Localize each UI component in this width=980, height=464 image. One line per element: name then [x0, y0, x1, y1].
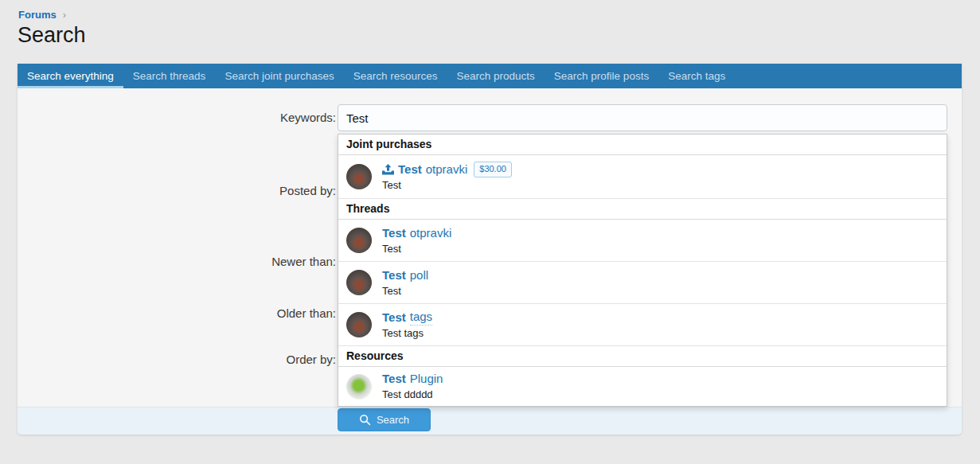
section-header-threads: Threads: [338, 199, 947, 220]
avatar: [346, 374, 372, 400]
avatar: [346, 312, 372, 337]
suggestion-title-rest: poll: [410, 267, 428, 283]
suggestion-title-bold: Test: [382, 310, 406, 326]
search-tab-bar: Search everything Search threads Search …: [18, 64, 962, 88]
section-header-joint-purchases: Joint purchases: [338, 135, 947, 155]
suggestion-joint-purchase[interactable]: Test otpravki $30.00 Test: [338, 155, 947, 199]
upload-icon: [382, 164, 394, 175]
breadcrumb-forums-link[interactable]: Forums: [18, 9, 57, 21]
page-title: Search: [18, 23, 86, 48]
suggestion-subtitle: Test ddddd: [382, 388, 443, 402]
suggestion-title-rest: otpravki: [410, 225, 452, 241]
avatar: [346, 270, 372, 295]
suggestion-title-bold: Test: [382, 371, 406, 387]
form-footer: Search: [18, 407, 962, 435]
keywords-label: Keywords:: [280, 111, 336, 124]
tab-search-tags[interactable]: Search tags: [658, 64, 735, 88]
autocomplete-dropdown: Joint purchases Test otpravki $30.00 Tes…: [338, 134, 947, 407]
newer-than-label: Newer than:: [271, 255, 336, 268]
avatar: [346, 164, 372, 189]
tab-search-everything[interactable]: Search everything: [18, 64, 123, 88]
suggestion-thread[interactable]: Test poll Test: [338, 262, 947, 304]
tab-search-profile-posts[interactable]: Search profile posts: [545, 64, 658, 88]
suggestion-subtitle: Test: [382, 284, 428, 298]
keywords-input[interactable]: [338, 104, 947, 131]
posted-by-label: Posted by:: [279, 184, 336, 197]
suggestion-subtitle: Test: [382, 242, 451, 256]
search-icon: [359, 414, 371, 426]
suggestion-title-rest: otpravki: [426, 162, 468, 177]
tab-search-threads[interactable]: Search threads: [123, 64, 216, 88]
chevron-right-icon: ›: [63, 9, 66, 21]
suggestion-subtitle: Test tags: [382, 326, 432, 341]
suggestion-resource[interactable]: Test Plugin Test ddddd: [338, 367, 947, 406]
tab-search-resources[interactable]: Search resources: [344, 64, 447, 88]
suggestion-title-rest: tags: [410, 309, 432, 326]
tab-search-products[interactable]: Search products: [447, 64, 545, 88]
avatar: [346, 228, 372, 253]
search-form-body: Keywords: Posted by: Newer than: Older t…: [18, 88, 962, 407]
tab-search-joint-purchases[interactable]: Search joint purchases: [215, 64, 343, 88]
suggestion-title-bold: Test: [398, 162, 422, 177]
suggestion-title-rest: Plugin: [410, 371, 443, 387]
suggestion-thread[interactable]: Test otpravki Test: [338, 220, 947, 262]
section-header-resources: Resources: [338, 346, 947, 367]
price-badge: $30.00: [474, 162, 512, 177]
search-form-block: Search everything Search threads Search …: [18, 64, 962, 435]
search-page: Forums› Search Search everything Search …: [0, 0, 980, 464]
search-button-label: Search: [377, 414, 409, 426]
older-than-label: Older than:: [277, 306, 336, 320]
suggestion-title-bold: Test: [382, 267, 406, 283]
search-button[interactable]: Search: [338, 408, 431, 431]
order-by-label: Order by:: [286, 353, 336, 366]
suggestion-thread[interactable]: Test tags Test tags: [338, 304, 947, 346]
suggestion-subtitle: Test: [382, 178, 512, 193]
breadcrumb: Forums›: [18, 9, 66, 21]
suggestion-title-bold: Test: [382, 225, 406, 241]
